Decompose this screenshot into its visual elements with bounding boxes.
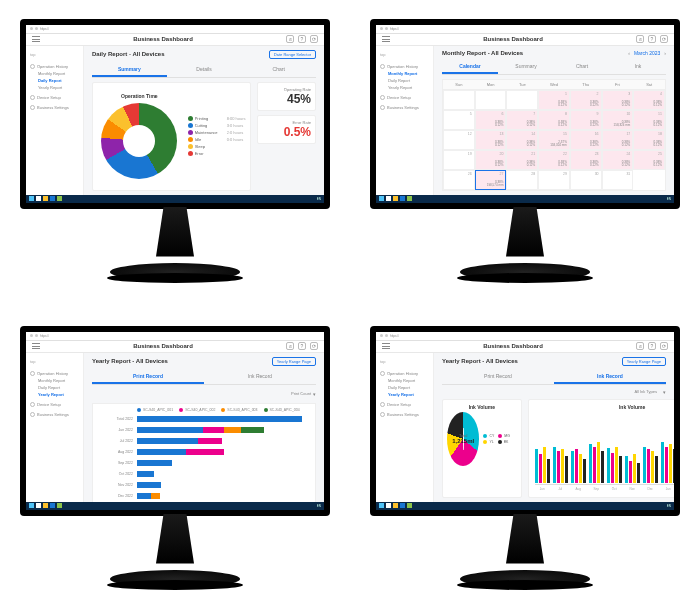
ink-type-select[interactable]: All Ink Types xyxy=(634,389,657,394)
calendar-cell[interactable]: 90.38%0.12% xyxy=(570,110,602,130)
calendar-cell[interactable]: 12 xyxy=(443,130,475,150)
tab-ink-record[interactable]: Ink Record xyxy=(554,370,666,384)
calendar-cell[interactable]: 180.38%0.12% xyxy=(633,130,665,150)
menu-icon[interactable] xyxy=(32,343,40,349)
calendar-cell[interactable]: 250.38%0.12% xyxy=(633,150,665,170)
bar-row: Oct 2022 xyxy=(97,469,311,479)
calendar-cell[interactable]: 152.37%158,324 mm xyxy=(538,130,570,150)
sidebar-sec-device[interactable]: Device Setup xyxy=(30,95,79,100)
sidebar-sec-device[interactable]: Device Setup xyxy=(30,402,79,407)
menu-icon[interactable] xyxy=(382,36,390,42)
calendar-cell[interactable]: 19 xyxy=(443,150,475,170)
calendar-cell[interactable]: 70.38%0.12% xyxy=(506,110,538,130)
sidebar-item-daily[interactable]: Daily Report xyxy=(30,78,79,83)
calendar-cell[interactable]: 30 xyxy=(570,170,602,190)
calendar-cell[interactable]: 170.38%0.12% xyxy=(602,130,634,150)
tab-chart[interactable]: Chart xyxy=(241,63,316,77)
prev-month-icon[interactable]: ‹ xyxy=(628,50,630,56)
calendar-cell[interactable]: 220.38%0.12% xyxy=(538,150,570,170)
calendar-cell[interactable]: 40.38%0.12% xyxy=(633,90,665,110)
tab-summary[interactable]: Summary xyxy=(498,60,554,74)
next-month-icon[interactable]: › xyxy=(664,50,666,56)
menu-icon[interactable] xyxy=(32,36,40,42)
refresh-icon[interactable]: ⟳ xyxy=(660,35,668,43)
sidebar-item-yearly[interactable]: Yearly Report xyxy=(380,392,429,397)
help-icon[interactable]: ? xyxy=(648,35,656,43)
calendar-cell[interactable]: 28 xyxy=(506,170,538,190)
month-label: March 2023 xyxy=(634,50,660,56)
calendar-cell[interactable]: 110.38%0.12% xyxy=(633,110,665,130)
help-icon[interactable]: ? xyxy=(298,35,306,43)
calendar-cell[interactable]: 230.38%0.12% xyxy=(570,150,602,170)
bar-row: Total 2022 xyxy=(97,414,311,424)
tab-calendar[interactable]: Calendar xyxy=(442,60,498,74)
yearly-range-selector[interactable]: Yearly Range Page xyxy=(622,357,666,366)
calendar-cell[interactable]: 100.38%158,324 mm xyxy=(602,110,634,130)
tab-details[interactable]: Details xyxy=(167,63,242,77)
calendar-cell[interactable]: 140.38%0.12% xyxy=(506,130,538,150)
date-range-selector[interactable]: Date Range Selector xyxy=(269,50,316,59)
calendar-cell[interactable]: 240.38%0.12% xyxy=(602,150,634,170)
sidebar-item-yearly[interactable]: Yearly Report xyxy=(30,392,79,397)
sidebar-sec-history[interactable]: Operation History xyxy=(30,371,79,376)
tab-ink-record[interactable]: Ink Record xyxy=(204,370,316,384)
sidebar-item-yearly[interactable]: Yearly Report xyxy=(30,85,79,90)
calendar-cell[interactable]: 130.38%0.12% xyxy=(475,130,507,150)
calendar-cell[interactable]: 10.38%0.12% xyxy=(538,90,570,110)
tab-summary[interactable]: Summary xyxy=(92,63,167,77)
sidebar-sec-history[interactable]: Operation History xyxy=(380,64,429,69)
sidebar-item-monthly[interactable]: Monthly Report xyxy=(380,378,429,383)
refresh-icon[interactable]: ⟳ xyxy=(310,35,318,43)
sidebar-sec-business[interactable]: Business Settings xyxy=(30,412,79,417)
filter-icon[interactable]: ⎚ xyxy=(286,35,294,43)
ink-bar-group: Sep xyxy=(589,442,604,483)
sidebar-item-monthly[interactable]: Monthly Report xyxy=(380,71,429,76)
sidebar-sec-history[interactable]: Operation History xyxy=(380,371,429,376)
sidebar-sec-device[interactable]: Device Setup xyxy=(380,402,429,407)
bar-row: Aug 2022 xyxy=(97,447,311,457)
donut-legend: Printing8:00 hoursCutting3:0 hoursMainte… xyxy=(188,116,246,156)
calendar-cell[interactable]: 200.38%0.12% xyxy=(475,150,507,170)
calendar-cell[interactable]: 210.38%0.12% xyxy=(506,150,538,170)
calendar-cell[interactable]: 29 xyxy=(538,170,570,190)
calendar-cell[interactable]: 20.38%0.12% xyxy=(570,90,602,110)
help-icon[interactable]: ? xyxy=(298,342,306,350)
yearly-range-selector[interactable]: Yearly Range Page xyxy=(272,357,316,366)
page-title: Business Dashboard xyxy=(394,343,632,349)
bar-row: Nov 2022 xyxy=(97,480,311,490)
calendar-cell[interactable]: 31 xyxy=(602,170,634,190)
bar-row: Sep 2022 xyxy=(97,458,311,468)
sidebar-sec-business[interactable]: Business Settings xyxy=(30,105,79,110)
sidebar-item-daily[interactable]: Daily Report xyxy=(30,385,79,390)
sidebar-item-daily[interactable]: Daily Report xyxy=(380,385,429,390)
sidebar-item-daily[interactable]: Daily Report xyxy=(380,78,429,83)
calendar-cell[interactable]: 60.38%0.12% xyxy=(475,110,507,130)
tab-chart[interactable]: Chart xyxy=(554,60,610,74)
filter-icon[interactable]: ⎚ xyxy=(286,342,294,350)
calendar-cell[interactable]: 5 xyxy=(443,110,475,130)
calendar-cell[interactable]: 80.38%0.12% xyxy=(538,110,570,130)
tab-ink[interactable]: Ink xyxy=(610,60,666,74)
page-title: Business Dashboard xyxy=(394,36,632,42)
calendar-cell[interactable]: 30.38%0.12% xyxy=(602,90,634,110)
filter-icon[interactable]: ⎚ xyxy=(636,35,644,43)
sidebar-sec-device[interactable]: Device Setup xyxy=(380,95,429,100)
filter-icon[interactable]: ⎚ xyxy=(636,342,644,350)
sidebar-item-yearly[interactable]: Yearly Report xyxy=(380,85,429,90)
sidebar-item-monthly[interactable]: Monthly Report xyxy=(30,378,79,383)
sidebar-sec-business[interactable]: Business Settings xyxy=(380,105,429,110)
refresh-icon[interactable]: ⟳ xyxy=(660,342,668,350)
help-icon[interactable]: ? xyxy=(648,342,656,350)
sidebar-sec-business[interactable]: Business Settings xyxy=(380,412,429,417)
refresh-icon[interactable]: ⟳ xyxy=(310,342,318,350)
calendar-cell[interactable]: 160.38%0.12% xyxy=(570,130,602,150)
print-count-select[interactable]: Print Count xyxy=(291,391,311,397)
sidebar-sec-history[interactable]: Operation History xyxy=(30,64,79,69)
kpi-operating-rate: Operating Rate 45% xyxy=(257,82,316,111)
sidebar-item-monthly[interactable]: Monthly Report xyxy=(30,71,79,76)
calendar-cell[interactable]: 270.38%198,574 mm xyxy=(475,170,507,190)
tab-print-record[interactable]: Print Record xyxy=(442,370,554,384)
menu-icon[interactable] xyxy=(382,343,390,349)
tab-print-record[interactable]: Print Record xyxy=(92,370,204,384)
calendar-cell[interactable]: 26 xyxy=(443,170,475,190)
